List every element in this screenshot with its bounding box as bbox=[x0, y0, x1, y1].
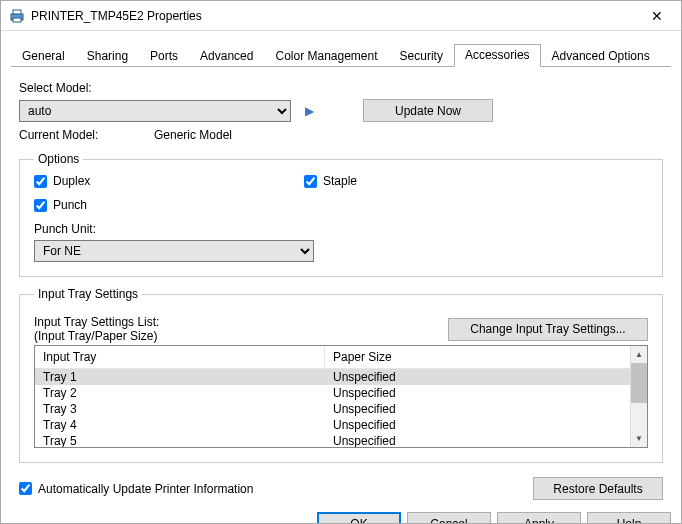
svg-rect-1 bbox=[13, 10, 21, 14]
tab-advanced-options[interactable]: Advanced Options bbox=[541, 45, 661, 67]
auto-update-label: Automatically Update Printer Information bbox=[38, 482, 253, 496]
punch-unit-combo[interactable]: For NE bbox=[34, 240, 314, 262]
punch-unit-label: Punch Unit: bbox=[34, 222, 648, 236]
tab-strip: General Sharing Ports Advanced Color Man… bbox=[11, 43, 671, 67]
duplex-label: Duplex bbox=[53, 174, 90, 188]
staple-input[interactable] bbox=[304, 175, 317, 188]
table-row[interactable]: Tray 5 Unspecified bbox=[35, 433, 647, 447]
tray-legend: Input Tray Settings bbox=[34, 287, 142, 301]
update-now-button[interactable]: Update Now bbox=[363, 99, 493, 122]
svg-rect-2 bbox=[13, 18, 21, 22]
staple-checkbox[interactable]: Staple bbox=[304, 174, 357, 188]
current-model-value: Generic Model bbox=[154, 128, 232, 142]
table-row[interactable]: Tray 3 Unspecified bbox=[35, 401, 647, 417]
window-title: PRINTER_TMP45E2 Properties bbox=[31, 9, 635, 23]
table-row[interactable]: Tray 1 Unspecified bbox=[35, 369, 647, 385]
tray-table: Input Tray Paper Size Tray 1 Unspecified… bbox=[34, 345, 648, 448]
punch-input[interactable] bbox=[34, 199, 47, 212]
punch-label: Punch bbox=[53, 198, 87, 212]
table-row[interactable]: Tray 2 Unspecified bbox=[35, 385, 647, 401]
tab-color-management[interactable]: Color Management bbox=[264, 45, 388, 67]
duplex-checkbox[interactable]: Duplex bbox=[34, 174, 304, 188]
scroll-down-icon[interactable]: ▼ bbox=[631, 430, 647, 447]
change-tray-button[interactable]: Change Input Tray Settings... bbox=[448, 318, 648, 341]
options-group: Options Duplex Punch Staple bbox=[19, 152, 663, 277]
printer-icon bbox=[9, 8, 25, 24]
duplex-input[interactable] bbox=[34, 175, 47, 188]
ok-button[interactable]: OK bbox=[317, 512, 401, 524]
auto-update-input[interactable] bbox=[19, 482, 32, 495]
select-model-label: Select Model: bbox=[19, 81, 663, 95]
restore-defaults-button[interactable]: Restore Defaults bbox=[533, 477, 663, 500]
tray-col-paper-size[interactable]: Paper Size bbox=[325, 346, 647, 368]
staple-label: Staple bbox=[323, 174, 357, 188]
options-legend: Options bbox=[34, 152, 83, 166]
punch-checkbox[interactable]: Punch bbox=[34, 198, 304, 212]
tab-advanced[interactable]: Advanced bbox=[189, 45, 264, 67]
select-model-combo[interactable]: auto bbox=[19, 100, 291, 122]
close-button[interactable]: ✕ bbox=[635, 2, 679, 30]
apply-button[interactable]: Apply bbox=[497, 512, 581, 524]
tray-scrollbar[interactable]: ▲ ▼ bbox=[630, 346, 647, 447]
tray-group: Input Tray Settings Input Tray Settings … bbox=[19, 287, 663, 463]
title-bar: PRINTER_TMP45E2 Properties ✕ bbox=[1, 1, 681, 31]
scroll-thumb[interactable] bbox=[631, 363, 647, 403]
current-model-label: Current Model: bbox=[19, 128, 154, 142]
scroll-up-icon[interactable]: ▲ bbox=[631, 346, 647, 363]
cancel-button[interactable]: Cancel bbox=[407, 512, 491, 524]
tray-list-label: Input Tray Settings List: bbox=[34, 315, 448, 329]
help-button[interactable]: Help bbox=[587, 512, 671, 524]
tab-general[interactable]: General bbox=[11, 45, 76, 67]
tray-list-sub: (Input Tray/Paper Size) bbox=[34, 329, 448, 343]
play-icon[interactable]: ▶ bbox=[305, 104, 314, 118]
tab-ports[interactable]: Ports bbox=[139, 45, 189, 67]
tray-col-input-tray[interactable]: Input Tray bbox=[35, 346, 325, 368]
tab-accessories[interactable]: Accessories bbox=[454, 44, 541, 67]
table-row[interactable]: Tray 4 Unspecified bbox=[35, 417, 647, 433]
tab-sharing[interactable]: Sharing bbox=[76, 45, 139, 67]
tab-security[interactable]: Security bbox=[389, 45, 454, 67]
auto-update-checkbox[interactable]: Automatically Update Printer Information bbox=[19, 482, 253, 496]
